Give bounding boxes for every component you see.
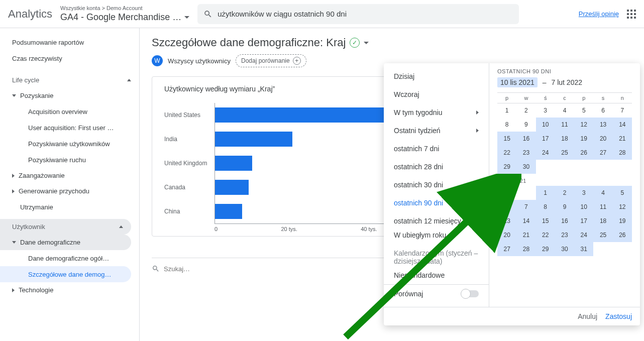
- cal-day[interactable]: 11: [555, 118, 574, 132]
- nav-user-acquisition[interactable]: User acquisition: First user …: [0, 120, 139, 136]
- cal-day[interactable]: 21: [516, 228, 535, 242]
- account-selector[interactable]: Wszystkie konta > Demo Account GA4 - Goo…: [60, 5, 189, 24]
- cal-day[interactable]: 10: [536, 118, 555, 132]
- cal-day[interactable]: 22: [536, 228, 555, 242]
- cal-day[interactable]: 27: [593, 146, 612, 160]
- search-bar[interactable]: [197, 4, 519, 24]
- cal-day[interactable]: 15: [536, 214, 555, 228]
- cal-day[interactable]: 25: [593, 228, 612, 242]
- date-from[interactable]: 10 lis 2021: [497, 77, 538, 87]
- cal-day[interactable]: 12: [574, 118, 593, 132]
- nav-demographics-overview[interactable]: Dane demograficzne ogół…: [0, 250, 139, 266]
- cal-day[interactable]: 17: [574, 214, 593, 228]
- cal-day[interactable]: 16: [516, 132, 535, 146]
- cal-day[interactable]: 6: [593, 103, 612, 118]
- cal-day[interactable]: 3: [574, 186, 593, 200]
- apps-icon[interactable]: [627, 10, 636, 19]
- nav-section-lifecycle[interactable]: Life cycle: [0, 72, 139, 88]
- cal-day[interactable]: 27: [497, 242, 516, 256]
- cal-day[interactable]: 19: [574, 132, 593, 146]
- cal-day[interactable]: 12: [613, 200, 632, 214]
- cal-day[interactable]: 6: [497, 200, 516, 214]
- nav-group-technology[interactable]: Technologie: [0, 282, 139, 298]
- cal-day[interactable]: 11: [593, 200, 612, 214]
- feedback-link[interactable]: Prześlij opinię: [579, 10, 619, 18]
- nav-group-demographics[interactable]: Dane demograficzne: [0, 235, 131, 250]
- cancel-button[interactable]: Anuluj: [578, 312, 597, 320]
- cal-day[interactable]: 2: [555, 186, 574, 200]
- chevron-down-icon[interactable]: [364, 42, 369, 44]
- status-ok-icon[interactable]: [350, 38, 360, 48]
- nav-realtime[interactable]: Czas rzeczywisty: [0, 50, 139, 66]
- nav-retention[interactable]: Utrzymanie: [0, 199, 139, 215]
- cal-day[interactable]: 24: [536, 146, 555, 160]
- preset-this-week[interactable]: W tym tygodniu: [384, 103, 489, 122]
- cal-day[interactable]: 13: [593, 118, 612, 132]
- cal-day[interactable]: 17: [536, 132, 555, 146]
- cal-day[interactable]: 23: [555, 228, 574, 242]
- nav-acquisition-overview[interactable]: Acquisition overview: [0, 103, 139, 120]
- cal-day[interactable]: 3: [536, 103, 555, 118]
- preset-last-28[interactable]: ostatnich 28 dni: [384, 158, 489, 176]
- cal-day[interactable]: 4: [555, 103, 574, 118]
- preset-last-30[interactable]: ostatnich 30 dni: [384, 176, 489, 194]
- nav-group-engagement[interactable]: Zaangażowanie: [0, 168, 139, 183]
- preset-last-week[interactable]: Ostatni tydzień: [384, 122, 489, 140]
- preset-last-year[interactable]: W ubiegłym roku: [384, 226, 489, 244]
- cal-day[interactable]: 8: [536, 200, 555, 214]
- cal-day[interactable]: 7: [613, 103, 632, 118]
- cal-day[interactable]: 13: [497, 214, 516, 228]
- cal-day[interactable]: 30: [516, 160, 535, 174]
- cal-day[interactable]: 5: [574, 103, 593, 118]
- cal-day[interactable]: 18: [593, 214, 612, 228]
- cal-day[interactable]: 21: [613, 132, 632, 146]
- nav-section-user[interactable]: Użytkownik: [0, 219, 131, 235]
- cal-day[interactable]: 9: [516, 118, 535, 132]
- cal-day[interactable]: 4: [593, 186, 612, 200]
- cal-day[interactable]: 29: [497, 160, 516, 174]
- preset-custom[interactable]: Niestandardowe: [384, 266, 489, 284]
- cal-day[interactable]: 28: [613, 146, 632, 160]
- cal-day[interactable]: 7: [516, 200, 535, 214]
- cal-day[interactable]: 26: [613, 228, 632, 242]
- preset-last-90[interactable]: ostatnich 90 dni: [384, 194, 489, 212]
- cal-day[interactable]: 14: [516, 214, 535, 228]
- cal-day[interactable]: 19: [613, 214, 632, 228]
- cal-day[interactable]: 26: [574, 146, 593, 160]
- calendar-nov[interactable]: 1234567891011121314151617181920212223242…: [497, 103, 632, 174]
- cal-day[interactable]: 1: [536, 186, 555, 200]
- cal-day[interactable]: 15: [497, 132, 516, 146]
- cal-day[interactable]: 20: [593, 132, 612, 146]
- nav-group-monetization[interactable]: Generowanie przychodu: [0, 183, 139, 199]
- table-search[interactable]: [152, 265, 399, 273]
- preset-last-7[interactable]: ostatnich 7 dni: [384, 140, 489, 158]
- cal-day[interactable]: 2: [516, 103, 535, 118]
- nav-acquiring-users[interactable]: Pozyskiwanie użytkowników: [0, 136, 139, 152]
- preset-yesterday[interactable]: Wczoraj: [384, 85, 489, 103]
- apply-button[interactable]: Zastosuj: [605, 312, 632, 320]
- add-comparison-chip[interactable]: Dodaj porównanie +: [236, 54, 306, 67]
- nav-traffic-acquisition[interactable]: Pozyskiwanie ruchu: [0, 152, 139, 168]
- cal-day[interactable]: 10: [574, 200, 593, 214]
- cal-day[interactable]: 31: [574, 242, 593, 256]
- cal-day[interactable]: 23: [516, 146, 535, 160]
- date-to[interactable]: 7 lut 2022: [552, 78, 583, 86]
- table-search-input[interactable]: [164, 265, 264, 273]
- cal-day[interactable]: 16: [555, 214, 574, 228]
- nav-group-acquisition[interactable]: Pozyskanie: [0, 88, 139, 103]
- cal-day[interactable]: 25: [555, 146, 574, 160]
- cal-day[interactable]: 30: [555, 242, 574, 256]
- compare-toggle[interactable]: [462, 290, 479, 297]
- preset-today[interactable]: Dzisiaj: [384, 67, 489, 85]
- cal-day[interactable]: 24: [574, 228, 593, 242]
- calendar-dec[interactable]: 1234567891011121314151617181920212223242…: [497, 186, 632, 256]
- cal-day[interactable]: 29: [536, 242, 555, 256]
- cal-day[interactable]: 28: [516, 242, 535, 256]
- cal-day[interactable]: 14: [613, 118, 632, 132]
- cal-day[interactable]: 8: [497, 118, 516, 132]
- cal-day[interactable]: 9: [555, 200, 574, 214]
- cal-day[interactable]: 20: [497, 228, 516, 242]
- cal-day[interactable]: 18: [555, 132, 574, 146]
- nav-demographics-details[interactable]: Szczegółowe dane demog…: [0, 266, 131, 282]
- nav-reports-summary[interactable]: Podsumowanie raportów: [0, 34, 139, 50]
